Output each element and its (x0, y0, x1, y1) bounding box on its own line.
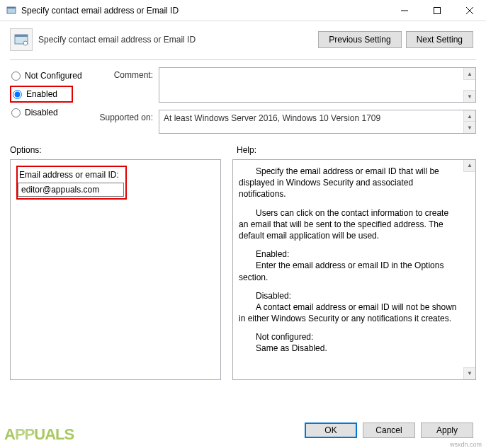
svg-rect-1 (7, 7, 16, 8)
options-label: Options: (10, 145, 237, 155)
radio-disabled-input[interactable] (11, 108, 21, 117)
radio-not-configured[interactable]: Not Configured (10, 67, 95, 84)
radio-label: Enabled (26, 89, 57, 99)
help-enabled-t: Enter the email address or email ID in t… (239, 260, 457, 282)
app-icon (6, 5, 17, 16)
radio-label: Disabled (25, 108, 58, 117)
radio-not-configured-input[interactable] (11, 71, 21, 81)
header: Specify contact email address or Email I… (0, 21, 486, 57)
panes: Email address or email ID: ▲ ▼ Specify t… (0, 159, 486, 380)
comment-label: Comment: (95, 67, 159, 103)
next-setting-button[interactable]: Next Setting (406, 31, 473, 48)
help-pane: ▲ ▼ Specify the email address or email I… (232, 159, 476, 380)
radio-enabled-input[interactable] (13, 90, 22, 99)
radio-label: Not Configured (25, 71, 82, 81)
scroll-down-icon[interactable]: ▼ (463, 367, 475, 379)
help-label: Help: (237, 145, 256, 155)
supported-label: Supported on: (95, 110, 159, 134)
svg-rect-7 (15, 35, 28, 37)
email-option-label: Email address or email ID: (18, 167, 125, 183)
radio-enabled[interactable]: Enabled (13, 89, 57, 99)
supported-text: At least Windows Server 2016, Windows 10… (159, 110, 475, 126)
policy-icon (10, 28, 33, 51)
help-p2: Users can click on the contact informati… (239, 207, 457, 242)
window-title: Specify contact email address or Email I… (21, 6, 388, 16)
help-disabled-t: A contact email address or email ID will… (239, 301, 457, 324)
watermark-logo: APPUALS (4, 425, 74, 444)
comment-textarea[interactable]: ▲ ▼ (159, 67, 476, 103)
previous-setting-button[interactable]: Previous Setting (318, 31, 401, 48)
help-nc-t: Same as Disabled. (239, 343, 457, 354)
email-input[interactable] (18, 183, 124, 197)
apply-button[interactable]: Apply (421, 423, 473, 438)
maximize-button[interactable] (421, 0, 453, 21)
radio-disabled[interactable]: Disabled (10, 104, 95, 121)
config-area: Not Configured Enabled Disabled Comment:… (0, 67, 486, 141)
section-labels: Options: Help: (0, 141, 486, 159)
scroll-down-icon[interactable]: ▼ (463, 121, 475, 133)
options-pane: Email address or email ID: (10, 159, 221, 380)
highlight-email-option: Email address or email ID: (16, 166, 127, 200)
svg-point-8 (23, 41, 28, 45)
policy-title: Specify contact email address or Email I… (38, 35, 318, 45)
help-nc-h: Not configured: (239, 331, 457, 343)
help-disabled-h: Disabled: (239, 290, 457, 301)
source-text: wsxdn.com (450, 441, 482, 448)
highlight-enabled: Enabled (10, 86, 73, 103)
ok-button[interactable]: OK (305, 423, 357, 438)
divider (10, 59, 476, 60)
scroll-up-icon[interactable]: ▲ (463, 160, 475, 172)
help-enabled-h: Enabled: (239, 248, 457, 260)
close-button[interactable] (453, 0, 486, 21)
supported-box: At least Windows Server 2016, Windows 10… (159, 110, 476, 134)
help-p1: Specify the email address or email ID th… (239, 166, 457, 200)
fields: Comment: ▲ ▼ Supported on: At least Wind… (95, 67, 476, 141)
minimize-button[interactable] (388, 0, 421, 21)
cancel-button[interactable]: Cancel (363, 423, 415, 438)
scroll-down-icon[interactable]: ▼ (463, 90, 475, 102)
svg-rect-3 (434, 7, 441, 13)
state-radios: Not Configured Enabled Disabled (10, 67, 95, 141)
titlebar: Specify contact email address or Email I… (0, 0, 486, 21)
window-controls (388, 0, 486, 21)
scroll-up-icon[interactable]: ▲ (463, 68, 475, 80)
